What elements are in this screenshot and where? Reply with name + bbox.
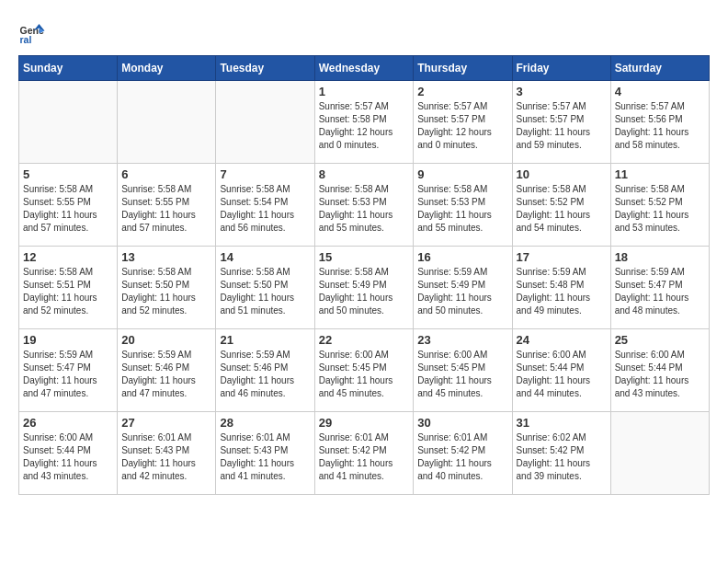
calendar-cell: 16Sunrise: 5:59 AM Sunset: 5:49 PM Dayli… bbox=[414, 247, 512, 329]
day-number: 11 bbox=[615, 167, 705, 181]
day-info: Sunrise: 5:58 AM Sunset: 5:54 PM Dayligh… bbox=[220, 183, 310, 235]
day-info: Sunrise: 6:00 AM Sunset: 5:45 PM Dayligh… bbox=[417, 349, 507, 400]
week-row-2: 5Sunrise: 5:58 AM Sunset: 5:55 PM Daylig… bbox=[19, 164, 710, 247]
day-info: Sunrise: 5:58 AM Sunset: 5:53 PM Dayligh… bbox=[417, 183, 507, 235]
day-info: Sunrise: 6:01 AM Sunset: 5:42 PM Dayligh… bbox=[319, 431, 410, 483]
day-info: Sunrise: 5:59 AM Sunset: 5:47 PM Dayligh… bbox=[23, 349, 113, 400]
weekday-header-wednesday: Wednesday bbox=[314, 56, 414, 81]
day-info: Sunrise: 5:58 AM Sunset: 5:53 PM Dayligh… bbox=[319, 183, 410, 235]
calendar-cell: 21Sunrise: 5:59 AM Sunset: 5:46 PM Dayli… bbox=[216, 329, 314, 412]
page-header: Gene ral bbox=[18, 18, 710, 46]
day-number: 23 bbox=[417, 333, 507, 347]
calendar-cell: 22Sunrise: 6:00 AM Sunset: 5:45 PM Dayli… bbox=[314, 329, 414, 412]
week-row-1: 1Sunrise: 5:57 AM Sunset: 5:58 PM Daylig… bbox=[19, 81, 710, 164]
weekday-header-thursday: Thursday bbox=[414, 56, 512, 81]
calendar-cell: 6Sunrise: 5:58 AM Sunset: 5:55 PM Daylig… bbox=[118, 164, 216, 247]
calendar-cell: 25Sunrise: 6:00 AM Sunset: 5:44 PM Dayli… bbox=[610, 329, 709, 412]
calendar-cell: 4Sunrise: 5:57 AM Sunset: 5:56 PM Daylig… bbox=[610, 81, 709, 164]
day-info: Sunrise: 6:02 AM Sunset: 5:42 PM Dayligh… bbox=[517, 431, 607, 483]
week-row-3: 12Sunrise: 5:58 AM Sunset: 5:51 PM Dayli… bbox=[19, 247, 710, 329]
calendar-cell: 12Sunrise: 5:58 AM Sunset: 5:51 PM Dayli… bbox=[19, 247, 118, 329]
day-number: 9 bbox=[417, 167, 507, 181]
calendar-cell bbox=[19, 81, 118, 164]
day-number: 10 bbox=[517, 167, 607, 181]
day-number: 4 bbox=[615, 85, 705, 98]
day-info: Sunrise: 5:57 AM Sunset: 5:57 PM Dayligh… bbox=[417, 100, 507, 152]
week-row-4: 19Sunrise: 5:59 AM Sunset: 5:47 PM Dayli… bbox=[19, 329, 710, 412]
day-number: 7 bbox=[220, 167, 310, 181]
day-number: 25 bbox=[615, 333, 705, 347]
day-info: Sunrise: 5:57 AM Sunset: 5:56 PM Dayligh… bbox=[615, 100, 705, 152]
calendar-cell: 15Sunrise: 5:58 AM Sunset: 5:49 PM Dayli… bbox=[314, 247, 414, 329]
day-number: 13 bbox=[121, 250, 211, 264]
calendar-cell: 24Sunrise: 6:00 AM Sunset: 5:44 PM Dayli… bbox=[512, 329, 610, 412]
day-info: Sunrise: 5:58 AM Sunset: 5:52 PM Dayligh… bbox=[517, 183, 607, 235]
calendar-cell: 29Sunrise: 6:01 AM Sunset: 5:42 PM Dayli… bbox=[314, 412, 414, 495]
calendar-cell: 1Sunrise: 5:57 AM Sunset: 5:58 PM Daylig… bbox=[314, 81, 414, 164]
day-info: Sunrise: 5:59 AM Sunset: 5:46 PM Dayligh… bbox=[121, 349, 211, 400]
weekday-header-saturday: Saturday bbox=[610, 56, 709, 81]
day-info: Sunrise: 5:58 AM Sunset: 5:52 PM Dayligh… bbox=[615, 183, 705, 235]
day-number: 15 bbox=[319, 250, 410, 264]
calendar-cell: 28Sunrise: 6:01 AM Sunset: 5:43 PM Dayli… bbox=[216, 412, 314, 495]
day-number: 2 bbox=[417, 85, 507, 98]
calendar-cell: 19Sunrise: 5:59 AM Sunset: 5:47 PM Dayli… bbox=[19, 329, 118, 412]
day-info: Sunrise: 6:01 AM Sunset: 5:43 PM Dayligh… bbox=[220, 431, 310, 483]
day-number: 22 bbox=[319, 333, 410, 347]
calendar-cell: 30Sunrise: 6:01 AM Sunset: 5:42 PM Dayli… bbox=[414, 412, 512, 495]
svg-text:ral: ral bbox=[20, 34, 32, 45]
calendar-cell: 13Sunrise: 5:58 AM Sunset: 5:50 PM Dayli… bbox=[118, 247, 216, 329]
day-number: 30 bbox=[417, 416, 507, 430]
calendar-cell: 5Sunrise: 5:58 AM Sunset: 5:55 PM Daylig… bbox=[19, 164, 118, 247]
weekday-header-tuesday: Tuesday bbox=[216, 56, 314, 81]
week-row-5: 26Sunrise: 6:00 AM Sunset: 5:44 PM Dayli… bbox=[19, 412, 710, 495]
day-info: Sunrise: 5:59 AM Sunset: 5:46 PM Dayligh… bbox=[220, 349, 310, 400]
day-info: Sunrise: 5:58 AM Sunset: 5:50 PM Dayligh… bbox=[220, 266, 310, 317]
calendar-cell: 26Sunrise: 6:00 AM Sunset: 5:44 PM Dayli… bbox=[19, 412, 118, 495]
day-number: 6 bbox=[121, 167, 211, 181]
calendar-cell: 9Sunrise: 5:58 AM Sunset: 5:53 PM Daylig… bbox=[414, 164, 512, 247]
day-info: Sunrise: 5:58 AM Sunset: 5:51 PM Dayligh… bbox=[23, 266, 113, 317]
day-number: 8 bbox=[319, 167, 410, 181]
weekday-header-friday: Friday bbox=[512, 56, 610, 81]
calendar-cell: 7Sunrise: 5:58 AM Sunset: 5:54 PM Daylig… bbox=[216, 164, 314, 247]
day-info: Sunrise: 6:01 AM Sunset: 5:42 PM Dayligh… bbox=[417, 431, 507, 483]
day-number: 12 bbox=[23, 250, 113, 264]
day-number: 5 bbox=[23, 167, 113, 181]
day-number: 29 bbox=[319, 416, 410, 430]
day-info: Sunrise: 5:59 AM Sunset: 5:49 PM Dayligh… bbox=[417, 266, 507, 317]
day-info: Sunrise: 5:58 AM Sunset: 5:55 PM Dayligh… bbox=[23, 183, 113, 235]
day-number: 18 bbox=[615, 250, 705, 264]
day-number: 24 bbox=[517, 333, 607, 347]
day-number: 31 bbox=[517, 416, 607, 430]
day-number: 1 bbox=[319, 85, 410, 98]
weekday-header-monday: Monday bbox=[118, 56, 216, 81]
calendar-cell bbox=[216, 81, 314, 164]
weekday-header-sunday: Sunday bbox=[19, 56, 118, 81]
day-number: 17 bbox=[517, 250, 607, 264]
day-number: 28 bbox=[220, 416, 310, 430]
day-number: 14 bbox=[220, 250, 310, 264]
day-info: Sunrise: 6:01 AM Sunset: 5:43 PM Dayligh… bbox=[121, 431, 211, 483]
calendar-cell: 14Sunrise: 5:58 AM Sunset: 5:50 PM Dayli… bbox=[216, 247, 314, 329]
logo-icon: Gene ral bbox=[18, 18, 46, 46]
weekday-header-row: SundayMondayTuesdayWednesdayThursdayFrid… bbox=[19, 56, 710, 81]
day-info: Sunrise: 6:00 AM Sunset: 5:45 PM Dayligh… bbox=[319, 349, 410, 400]
day-info: Sunrise: 6:00 AM Sunset: 5:44 PM Dayligh… bbox=[615, 349, 705, 400]
day-info: Sunrise: 5:57 AM Sunset: 5:57 PM Dayligh… bbox=[517, 100, 607, 152]
calendar: SundayMondayTuesdayWednesdayThursdayFrid… bbox=[18, 55, 710, 495]
calendar-cell: 20Sunrise: 5:59 AM Sunset: 5:46 PM Dayli… bbox=[118, 329, 216, 412]
logo: Gene ral bbox=[18, 18, 50, 46]
calendar-cell: 31Sunrise: 6:02 AM Sunset: 5:42 PM Dayli… bbox=[512, 412, 610, 495]
day-number: 26 bbox=[23, 416, 113, 430]
calendar-cell: 8Sunrise: 5:58 AM Sunset: 5:53 PM Daylig… bbox=[314, 164, 414, 247]
day-info: Sunrise: 5:58 AM Sunset: 5:50 PM Dayligh… bbox=[121, 266, 211, 317]
day-number: 19 bbox=[23, 333, 113, 347]
day-info: Sunrise: 5:59 AM Sunset: 5:48 PM Dayligh… bbox=[517, 266, 607, 317]
day-number: 3 bbox=[517, 85, 607, 98]
day-number: 27 bbox=[121, 416, 211, 430]
day-info: Sunrise: 6:00 AM Sunset: 5:44 PM Dayligh… bbox=[517, 349, 607, 400]
calendar-cell: 17Sunrise: 5:59 AM Sunset: 5:48 PM Dayli… bbox=[512, 247, 610, 329]
calendar-cell: 2Sunrise: 5:57 AM Sunset: 5:57 PM Daylig… bbox=[414, 81, 512, 164]
calendar-cell: 11Sunrise: 5:58 AM Sunset: 5:52 PM Dayli… bbox=[610, 164, 709, 247]
